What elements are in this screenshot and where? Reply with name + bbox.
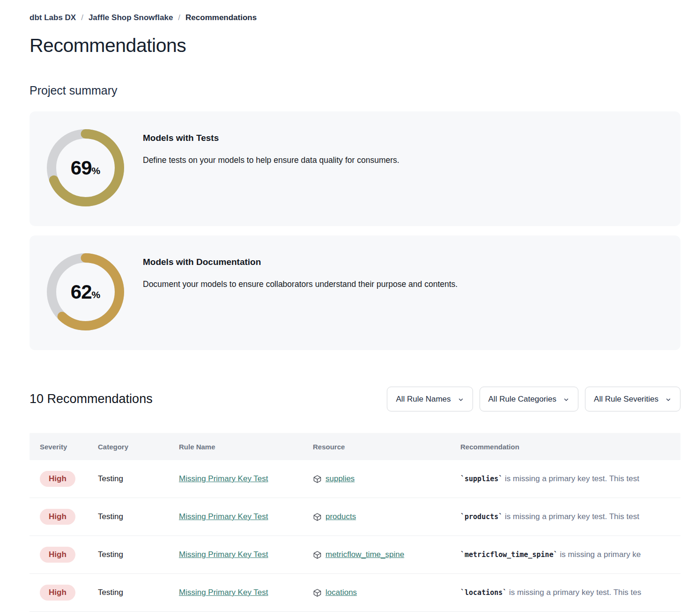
- rule-name-cell: Missing Primary Key Test: [179, 474, 313, 484]
- severity-badge: High: [40, 585, 75, 601]
- resource-link[interactable]: supplies: [325, 474, 355, 484]
- recommendation-text: is missing a primary ke: [560, 550, 641, 559]
- recommendation-text: is missing a primary key test. This test: [505, 512, 639, 521]
- filter-label: All Rule Names: [396, 395, 451, 404]
- project-summary-heading: Project summary: [30, 84, 680, 97]
- category-cell: Testing: [98, 588, 179, 597]
- resource-code-name: `metricflow_time_spine`: [460, 550, 558, 559]
- donut-center-label: 62 %: [47, 253, 124, 330]
- model-cube-icon: [313, 588, 322, 597]
- rule-names-filter-dropdown[interactable]: All Rule Names: [387, 387, 473, 411]
- summary-card-models-with-tests: 69 % Models with Tests Define tests on y…: [30, 111, 680, 226]
- table-row: High Testing Missing Primary Key Test lo…: [30, 574, 680, 612]
- category-cell: Testing: [98, 474, 179, 484]
- resource-cell: products: [313, 512, 460, 521]
- breadcrumb-separator: /: [178, 13, 180, 22]
- docs-percentage-value: 62: [71, 281, 92, 303]
- recommendations-count-heading: 10 Recommendations: [30, 392, 153, 406]
- page-title: Recommendations: [30, 35, 680, 57]
- rule-name-cell: Missing Primary Key Test: [179, 512, 313, 521]
- filter-label: All Rule Categories: [488, 395, 557, 404]
- resource-cell: metricflow_time_spine: [313, 550, 460, 559]
- card-title: Models with Tests: [143, 133, 399, 143]
- breadcrumb: dbt Labs DX / Jaffle Shop Snowflake / Re…: [30, 13, 680, 22]
- table-row: High Testing Missing Primary Key Test su…: [30, 460, 680, 498]
- card-title: Models with Documentation: [143, 257, 458, 267]
- breadcrumb-separator: /: [81, 13, 83, 22]
- rule-name-cell: Missing Primary Key Test: [179, 588, 313, 597]
- category-cell: Testing: [98, 512, 179, 521]
- tests-coverage-donut-chart: 69 %: [47, 129, 124, 206]
- percent-sign: %: [92, 289, 101, 301]
- model-cube-icon: [313, 550, 322, 559]
- resource-code-name: `products`: [460, 513, 503, 521]
- card-description: Document your models to ensure collabora…: [143, 279, 458, 289]
- filters: All Rule Names All Rule Categories All R…: [387, 387, 680, 411]
- rule-severities-filter-dropdown[interactable]: All Rule Severities: [585, 387, 680, 411]
- rule-name-link[interactable]: Missing Primary Key Test: [179, 550, 268, 559]
- severity-badge: High: [40, 471, 75, 487]
- recommendation-cell: `supplies` is missing a primary key test…: [460, 474, 680, 484]
- recommendation-cell: `locations` is missing a primary key tes…: [460, 588, 680, 597]
- severity-cell: High: [30, 585, 98, 601]
- table-row: High Testing Missing Primary Key Test me…: [30, 536, 680, 574]
- table-row: High Testing Missing Primary Key Test pr…: [30, 498, 680, 536]
- severity-cell: High: [30, 471, 98, 487]
- summary-card-models-with-documentation: 62 % Models with Documentation Document …: [30, 235, 680, 350]
- resource-code-name: `supplies`: [460, 475, 503, 483]
- severity-badge: High: [40, 509, 75, 525]
- table-header-row: Severity Category Rule Name Resource Rec…: [30, 433, 680, 460]
- category-cell: Testing: [98, 550, 179, 559]
- column-header-severity: Severity: [30, 443, 98, 451]
- severity-cell: High: [30, 509, 98, 525]
- rule-name-link[interactable]: Missing Primary Key Test: [179, 588, 268, 597]
- model-cube-icon: [313, 475, 322, 484]
- recommendations-toolbar: 10 Recommendations All Rule Names All Ru…: [30, 387, 680, 411]
- recommendation-cell: `products` is missing a primary key test…: [460, 512, 680, 521]
- breadcrumb-item-account[interactable]: dbt Labs DX: [30, 13, 76, 22]
- breadcrumb-item-current: Recommendations: [185, 13, 257, 22]
- breadcrumb-item-project[interactable]: Jaffle Shop Snowflake: [89, 13, 173, 22]
- recommendation-text: is missing a primary key test. This tes: [509, 588, 641, 597]
- recommendations-page: dbt Labs DX / Jaffle Shop Snowflake / Re…: [0, 0, 695, 612]
- docs-coverage-donut-chart: 62 %: [47, 253, 124, 330]
- filter-label: All Rule Severities: [594, 395, 658, 404]
- donut-center-label: 69 %: [47, 129, 124, 206]
- rule-name-cell: Missing Primary Key Test: [179, 550, 313, 559]
- recommendations-table: Severity Category Rule Name Resource Rec…: [30, 433, 680, 612]
- resource-link[interactable]: metricflow_time_spine: [325, 550, 404, 559]
- recommendation-cell: `metricflow_time_spine` is missing a pri…: [460, 550, 680, 559]
- severity-cell: High: [30, 547, 98, 563]
- column-header-rule-name: Rule Name: [179, 443, 313, 451]
- resource-code-name: `locations`: [460, 588, 507, 597]
- column-header-recommendation: Recommendation: [460, 443, 680, 451]
- card-description: Define tests on your models to help ensu…: [143, 155, 399, 165]
- chevron-down-icon: [458, 396, 464, 403]
- rule-name-link[interactable]: Missing Primary Key Test: [179, 512, 268, 521]
- recommendation-text: is missing a primary key test. This test: [505, 474, 639, 483]
- model-cube-icon: [313, 513, 322, 521]
- resource-link[interactable]: products: [325, 512, 356, 521]
- chevron-down-icon: [665, 396, 672, 403]
- rule-categories-filter-dropdown[interactable]: All Rule Categories: [480, 387, 579, 411]
- tests-percentage-value: 69: [71, 157, 92, 179]
- chevron-down-icon: [563, 396, 569, 403]
- severity-badge: High: [40, 547, 75, 563]
- resource-cell: locations: [313, 588, 460, 597]
- column-header-resource: Resource: [313, 443, 460, 451]
- resource-cell: supplies: [313, 474, 460, 484]
- resource-link[interactable]: locations: [325, 588, 357, 597]
- percent-sign: %: [92, 165, 101, 176]
- column-header-category: Category: [98, 443, 179, 451]
- rule-name-link[interactable]: Missing Primary Key Test: [179, 474, 268, 483]
